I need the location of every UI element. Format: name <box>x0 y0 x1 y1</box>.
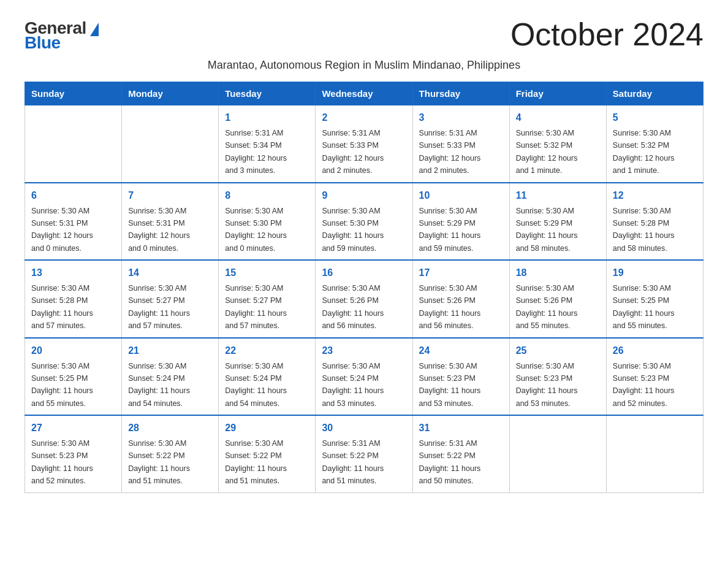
month-title: October 2024 <box>510 18 703 50</box>
logo-blue: Blue <box>25 33 61 53</box>
calendar-cell: 31Sunrise: 5:31 AM Sunset: 5:22 PM Dayli… <box>412 415 509 492</box>
day-number: 26 <box>613 343 697 358</box>
day-number: 30 <box>322 421 406 435</box>
weekday-header: Thursday <box>412 82 509 105</box>
day-info: Sunrise: 5:30 AM Sunset: 5:26 PM Dayligh… <box>516 284 578 330</box>
day-number: 15 <box>225 266 309 280</box>
calendar-cell <box>509 415 606 492</box>
day-info: Sunrise: 5:30 AM Sunset: 5:24 PM Dayligh… <box>225 362 287 408</box>
calendar-cell: 18Sunrise: 5:30 AM Sunset: 5:26 PM Dayli… <box>509 260 606 338</box>
day-info: Sunrise: 5:30 AM Sunset: 5:29 PM Dayligh… <box>516 207 578 253</box>
calendar-cell: 17Sunrise: 5:30 AM Sunset: 5:26 PM Dayli… <box>412 260 509 338</box>
calendar-cell: 29Sunrise: 5:30 AM Sunset: 5:22 PM Dayli… <box>219 415 316 492</box>
day-number: 17 <box>419 266 503 280</box>
calendar-cell: 9Sunrise: 5:30 AM Sunset: 5:30 PM Daylig… <box>316 183 412 261</box>
calendar-cell: 30Sunrise: 5:31 AM Sunset: 5:22 PM Dayli… <box>316 415 412 492</box>
day-number: 5 <box>613 110 697 125</box>
weekday-header: Wednesday <box>316 82 412 105</box>
day-number: 13 <box>31 266 115 280</box>
day-number: 21 <box>128 343 212 358</box>
day-info: Sunrise: 5:30 AM Sunset: 5:27 PM Dayligh… <box>225 284 287 330</box>
day-info: Sunrise: 5:30 AM Sunset: 5:30 PM Dayligh… <box>225 207 287 253</box>
day-info: Sunrise: 5:30 AM Sunset: 5:31 PM Dayligh… <box>128 207 190 253</box>
day-info: Sunrise: 5:30 AM Sunset: 5:27 PM Dayligh… <box>128 284 190 330</box>
calendar-cell: 16Sunrise: 5:30 AM Sunset: 5:26 PM Dayli… <box>316 260 412 338</box>
day-info: Sunrise: 5:31 AM Sunset: 5:22 PM Dayligh… <box>322 439 384 485</box>
weekday-header: Friday <box>509 82 606 105</box>
day-info: Sunrise: 5:30 AM Sunset: 5:22 PM Dayligh… <box>128 439 190 485</box>
day-number: 3 <box>419 110 503 125</box>
calendar-cell: 1Sunrise: 5:31 AM Sunset: 5:34 PM Daylig… <box>219 105 316 183</box>
day-number: 1 <box>225 110 309 125</box>
day-info: Sunrise: 5:31 AM Sunset: 5:33 PM Dayligh… <box>322 129 384 175</box>
day-info: Sunrise: 5:31 AM Sunset: 5:22 PM Dayligh… <box>419 439 481 485</box>
day-number: 18 <box>516 266 600 280</box>
calendar-week-row: 27Sunrise: 5:30 AM Sunset: 5:23 PM Dayli… <box>25 415 703 492</box>
day-number: 8 <box>225 188 309 203</box>
weekday-header: Tuesday <box>219 82 316 105</box>
day-number: 6 <box>31 188 115 203</box>
day-number: 11 <box>516 188 600 203</box>
calendar-cell: 24Sunrise: 5:30 AM Sunset: 5:23 PM Dayli… <box>412 338 509 416</box>
calendar-cell: 19Sunrise: 5:30 AM Sunset: 5:25 PM Dayli… <box>606 260 703 338</box>
calendar-cell: 7Sunrise: 5:30 AM Sunset: 5:31 PM Daylig… <box>122 183 219 261</box>
calendar-cell: 25Sunrise: 5:30 AM Sunset: 5:23 PM Dayli… <box>509 338 606 416</box>
page-subtitle: Marantao, Autonomous Region in Muslim Mi… <box>25 59 703 72</box>
day-number: 24 <box>419 343 503 358</box>
day-info: Sunrise: 5:30 AM Sunset: 5:24 PM Dayligh… <box>322 362 384 408</box>
calendar-cell: 14Sunrise: 5:30 AM Sunset: 5:27 PM Dayli… <box>122 260 219 338</box>
calendar-week-row: 13Sunrise: 5:30 AM Sunset: 5:28 PM Dayli… <box>25 260 703 338</box>
calendar-cell: 6Sunrise: 5:30 AM Sunset: 5:31 PM Daylig… <box>25 183 122 261</box>
calendar-cell: 4Sunrise: 5:30 AM Sunset: 5:32 PM Daylig… <box>509 105 606 183</box>
calendar-cell: 27Sunrise: 5:30 AM Sunset: 5:23 PM Dayli… <box>25 415 122 492</box>
calendar-cell: 11Sunrise: 5:30 AM Sunset: 5:29 PM Dayli… <box>509 183 606 261</box>
weekday-header: Monday <box>122 82 219 105</box>
calendar-cell: 22Sunrise: 5:30 AM Sunset: 5:24 PM Dayli… <box>219 338 316 416</box>
calendar-cell: 23Sunrise: 5:30 AM Sunset: 5:24 PM Dayli… <box>316 338 412 416</box>
day-info: Sunrise: 5:30 AM Sunset: 5:28 PM Dayligh… <box>613 207 675 253</box>
calendar-cell: 28Sunrise: 5:30 AM Sunset: 5:22 PM Dayli… <box>122 415 219 492</box>
day-number: 7 <box>128 188 212 203</box>
page-header: General Blue October 2024 <box>25 18 703 53</box>
day-info: Sunrise: 5:30 AM Sunset: 5:23 PM Dayligh… <box>516 362 578 408</box>
day-info: Sunrise: 5:30 AM Sunset: 5:25 PM Dayligh… <box>31 362 93 408</box>
day-number: 23 <box>322 343 406 358</box>
calendar-week-row: 6Sunrise: 5:30 AM Sunset: 5:31 PM Daylig… <box>25 183 703 261</box>
day-number: 29 <box>225 421 309 435</box>
day-number: 19 <box>613 266 697 280</box>
calendar-cell: 3Sunrise: 5:31 AM Sunset: 5:33 PM Daylig… <box>412 105 509 183</box>
day-info: Sunrise: 5:30 AM Sunset: 5:25 PM Dayligh… <box>613 284 675 330</box>
weekday-header: Sunday <box>25 82 122 105</box>
calendar-cell: 26Sunrise: 5:30 AM Sunset: 5:23 PM Dayli… <box>606 338 703 416</box>
day-number: 27 <box>31 421 115 435</box>
day-number: 10 <box>419 188 503 203</box>
day-info: Sunrise: 5:30 AM Sunset: 5:23 PM Dayligh… <box>613 362 675 408</box>
calendar-header-row: SundayMondayTuesdayWednesdayThursdayFrid… <box>25 82 703 105</box>
day-number: 14 <box>128 266 212 280</box>
day-info: Sunrise: 5:30 AM Sunset: 5:24 PM Dayligh… <box>128 362 190 408</box>
calendar-cell: 20Sunrise: 5:30 AM Sunset: 5:25 PM Dayli… <box>25 338 122 416</box>
day-info: Sunrise: 5:30 AM Sunset: 5:22 PM Dayligh… <box>225 439 287 485</box>
calendar-cell: 8Sunrise: 5:30 AM Sunset: 5:30 PM Daylig… <box>219 183 316 261</box>
calendar-cell: 12Sunrise: 5:30 AM Sunset: 5:28 PM Dayli… <box>606 183 703 261</box>
calendar-cell <box>122 105 219 183</box>
calendar-table: SundayMondayTuesdayWednesdayThursdayFrid… <box>25 82 703 493</box>
logo-arrow-icon <box>90 23 99 36</box>
day-number: 31 <box>419 421 503 435</box>
calendar-cell: 5Sunrise: 5:30 AM Sunset: 5:32 PM Daylig… <box>606 105 703 183</box>
calendar-cell: 21Sunrise: 5:30 AM Sunset: 5:24 PM Dayli… <box>122 338 219 416</box>
day-info: Sunrise: 5:30 AM Sunset: 5:31 PM Dayligh… <box>31 207 93 253</box>
calendar-cell: 10Sunrise: 5:30 AM Sunset: 5:29 PM Dayli… <box>412 183 509 261</box>
calendar-week-row: 1Sunrise: 5:31 AM Sunset: 5:34 PM Daylig… <box>25 105 703 183</box>
calendar-cell <box>606 415 703 492</box>
calendar-cell: 13Sunrise: 5:30 AM Sunset: 5:28 PM Dayli… <box>25 260 122 338</box>
calendar-cell: 15Sunrise: 5:30 AM Sunset: 5:27 PM Dayli… <box>219 260 316 338</box>
calendar-week-row: 20Sunrise: 5:30 AM Sunset: 5:25 PM Dayli… <box>25 338 703 416</box>
day-number: 28 <box>128 421 212 435</box>
day-info: Sunrise: 5:30 AM Sunset: 5:32 PM Dayligh… <box>516 129 578 175</box>
weekday-header: Saturday <box>606 82 703 105</box>
day-info: Sunrise: 5:30 AM Sunset: 5:29 PM Dayligh… <box>419 207 481 253</box>
day-number: 20 <box>31 343 115 358</box>
day-number: 25 <box>516 343 600 358</box>
day-info: Sunrise: 5:31 AM Sunset: 5:34 PM Dayligh… <box>225 129 287 175</box>
